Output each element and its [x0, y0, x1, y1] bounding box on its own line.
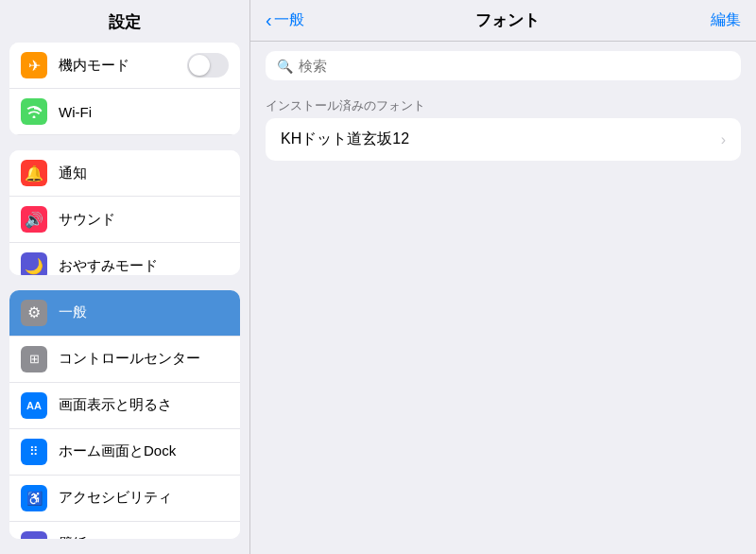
accessibility-label: アクセシビリティ	[59, 489, 229, 507]
donotdisturb-icon: 🌙	[21, 252, 47, 274]
wallpaper-label: 壁紙	[59, 535, 229, 539]
sidebar-item-notification[interactable]: 🔔 通知	[9, 150, 240, 197]
wifi-label: Wi-Fi	[59, 104, 229, 120]
homescreen-label: ホーム画面とDock	[59, 442, 229, 460]
sidebar-item-sound[interactable]: 🔊 サウンド	[9, 197, 240, 243]
search-input[interactable]	[299, 58, 730, 74]
sidebar-item-general[interactable]: ⚙ 一般	[9, 290, 240, 337]
notification-label: 通知	[59, 164, 229, 182]
sidebar-group-general: ⚙ 一般 ⊞ コントロールセンター AA 画面表示と明るさ ⠿ ホーム画面とDo…	[9, 290, 240, 539]
display-label: 画面表示と明るさ	[59, 396, 229, 414]
wallpaper-icon: ❄	[21, 531, 47, 539]
sidebar: 設定 ✈ 機内モード Wi-Fi ✱ Bluetooth オン 🔔	[0, 0, 250, 554]
section-label: インストール済みのフォント	[266, 97, 741, 114]
general-icon: ⚙	[21, 300, 47, 326]
search-icon: 🔍	[277, 59, 293, 74]
controlcenter-icon: ⊞	[21, 346, 47, 372]
back-chevron-icon: ‹	[266, 9, 272, 31]
notification-icon: 🔔	[21, 160, 47, 186]
display-icon: AA	[21, 392, 47, 419]
accessibility-icon: ♿	[21, 485, 47, 511]
main-panel: ‹ 一般 フォント 編集 🔍 インストール済みのフォント KHドット道玄坂12 …	[250, 0, 756, 554]
homescreen-icon: ⠿	[21, 439, 47, 465]
page-title: フォント	[304, 9, 711, 31]
sidebar-item-homescreen[interactable]: ⠿ ホーム画面とDock	[9, 429, 240, 476]
sidebar-group-system: 🔔 通知 🔊 サウンド 🌙 おやすみモード ⏱ スクリーンタイム	[9, 150, 240, 274]
back-button[interactable]: ‹ 一般	[266, 9, 304, 31]
back-label: 一般	[274, 10, 304, 30]
font-item-label: KHドット道玄坂12	[281, 130, 721, 149]
sidebar-item-accessibility[interactable]: ♿ アクセシビリティ	[9, 476, 240, 522]
chevron-right-icon: ›	[721, 131, 726, 148]
airplane-icon: ✈	[21, 52, 47, 78]
airplane-label: 機内モード	[59, 57, 187, 75]
font-list: KHドット道玄坂12 ›	[266, 118, 741, 161]
sidebar-title: 設定	[0, 0, 249, 43]
edit-button[interactable]: 編集	[711, 10, 741, 30]
sidebar-item-display[interactable]: AA 画面表示と明るさ	[9, 383, 240, 429]
controlcenter-label: コントロールセンター	[59, 350, 229, 368]
sidebar-item-airplane[interactable]: ✈ 機内モード	[9, 43, 240, 89]
main-header: ‹ 一般 フォント 編集	[250, 0, 756, 42]
sidebar-item-wallpaper[interactable]: ❄ 壁紙	[9, 522, 240, 539]
font-list-item[interactable]: KHドット道玄坂12 ›	[266, 118, 741, 161]
donotdisturb-label: おやすみモード	[59, 257, 229, 275]
sound-icon: 🔊	[21, 206, 47, 233]
sidebar-item-donotdisturb[interactable]: 🌙 おやすみモード	[9, 243, 240, 274]
sidebar-item-controlcenter[interactable]: ⊞ コントロールセンター	[9, 337, 240, 383]
sidebar-item-wifi[interactable]: Wi-Fi	[9, 89, 240, 135]
toggle-knob	[189, 55, 210, 76]
search-bar: 🔍	[266, 51, 741, 80]
general-label: 一般	[59, 303, 229, 321]
airplane-toggle[interactable]	[187, 53, 229, 78]
wifi-icon	[21, 98, 47, 125]
sidebar-group-connectivity: ✈ 機内モード Wi-Fi ✱ Bluetooth オン	[9, 43, 240, 135]
sound-label: サウンド	[59, 211, 229, 229]
